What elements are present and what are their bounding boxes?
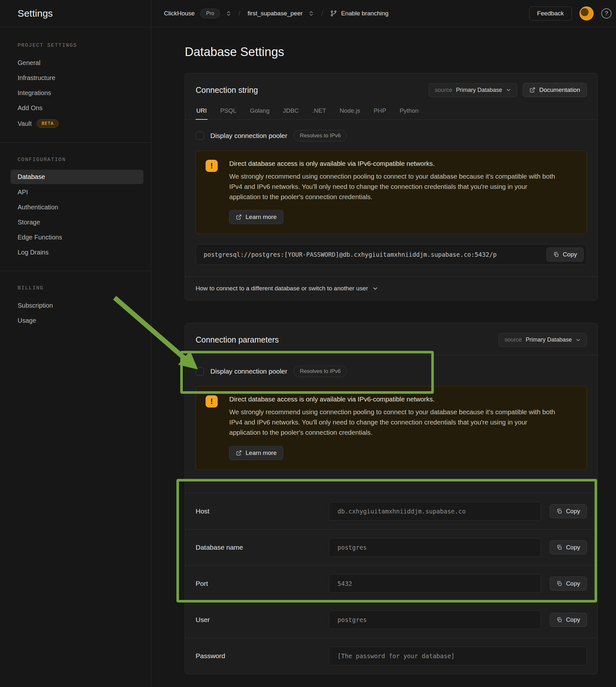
breadcrumb-separator: / <box>237 9 242 18</box>
connection-parameters-card: Connection parameters source Primary Dat… <box>185 323 598 674</box>
sidebar-section-project-settings: PROJECT SETTINGS General Infrastructure … <box>0 43 151 132</box>
topbar-actions: Feedback ? <box>529 6 616 21</box>
settings-header: Settings <box>0 0 151 27</box>
display-connection-pooler-label[interactable]: Display connection pooler <box>210 132 287 139</box>
sidebar-item-database[interactable]: Database <box>10 170 144 184</box>
sidebar-item-usage[interactable]: Usage <box>0 313 151 328</box>
param-row-database-name: Database name postgres Copy <box>185 529 597 566</box>
connection-uri-row: postgresql://postgres:[YOUR-PASSWORD]@db… <box>196 244 587 265</box>
feedback-button[interactable]: Feedback <box>529 6 572 21</box>
connection-uri-field[interactable]: postgresql://postgres:[YOUR-PASSWORD]@db… <box>196 244 587 265</box>
sidebar-item-integrations[interactable]: Integrations <box>0 86 151 101</box>
section-label-billing: BILLING <box>18 285 151 291</box>
learn-more-label: Learn more <box>246 214 277 221</box>
connection-parameters-body: Display connection pooler Resolves to IP… <box>185 355 597 481</box>
connection-string-body: Display connection pooler Resolves to IP… <box>185 120 597 276</box>
settings-title: Settings <box>18 8 53 19</box>
notice-title: Direct database access is only available… <box>229 395 576 403</box>
learn-more-label: Learn more <box>246 449 277 457</box>
sidebar-item-general[interactable]: General <box>0 56 151 70</box>
chevron-down-icon <box>576 337 581 342</box>
copy-label: Copy <box>566 544 580 551</box>
app-root: Settings ClickHouse Pro / first_supabase… <box>0 0 616 687</box>
connection-string-footer[interactable]: How to connect to a different database o… <box>185 276 597 300</box>
source-label: source <box>505 336 522 343</box>
tab-psql[interactable]: PSQL <box>220 106 237 119</box>
sidebar-item-subscription[interactable]: Subscription <box>0 298 151 313</box>
copy-icon <box>556 545 562 550</box>
sidebar-item-api[interactable]: API <box>0 185 151 200</box>
sidebar-item-storage[interactable]: Storage <box>0 215 151 230</box>
plan-badge[interactable]: Pro <box>200 9 220 18</box>
tab-golang[interactable]: Golang <box>249 106 270 119</box>
tab-dotnet[interactable]: .NET <box>311 106 327 119</box>
footer-label: How to connect to a different database o… <box>196 285 368 292</box>
copy-host-button[interactable]: Copy <box>550 504 587 518</box>
git-branch-icon <box>330 10 337 17</box>
page-title: Database Settings <box>185 45 616 59</box>
enable-branching-button[interactable]: Enable branching <box>330 10 388 17</box>
chevron-down-icon <box>372 286 378 291</box>
breadcrumb-org[interactable]: ClickHouse <box>164 10 195 17</box>
org-switcher-icon[interactable] <box>226 10 232 16</box>
user-field[interactable]: postgres <box>329 611 541 629</box>
source-select[interactable]: source Primary Database <box>499 333 587 347</box>
top-bar: Settings ClickHouse Pro / first_supabase… <box>0 0 616 27</box>
copy-port-button[interactable]: Copy <box>550 577 587 591</box>
sidebar-item-log-drains[interactable]: Log Drains <box>0 245 151 260</box>
database-name-field[interactable]: postgres <box>329 538 541 557</box>
breadcrumb-project[interactable]: first_supabase_peer <box>247 10 303 17</box>
external-link-icon <box>236 214 242 220</box>
section-label-project-settings: PROJECT SETTINGS <box>18 43 151 48</box>
connection-string-tabs: URI PSQL Golang JDBC .NET Node.js PHP Py… <box>185 106 597 120</box>
host-field[interactable]: db.cxhygiuitamxhniiddjm.supabase.co <box>329 502 541 520</box>
connection-string-header: Connection string source Primary Databas… <box>185 73 597 97</box>
copy-database-name-button[interactable]: Copy <box>550 540 587 554</box>
param-row-password: Password [The password for your database… <box>185 638 597 674</box>
password-field[interactable]: [The password for your database] <box>329 647 587 665</box>
tab-uri[interactable]: URI <box>196 106 207 119</box>
sidebar-item-vault[interactable]: Vault BETA <box>0 115 151 132</box>
display-connection-pooler-checkbox[interactable] <box>196 132 204 140</box>
param-row-host: Host db.cxhygiuitamxhniiddjm.supabase.co… <box>185 493 597 529</box>
sidebar-item-edge-functions[interactable]: Edge Functions <box>0 230 151 245</box>
learn-more-button[interactable]: Learn more <box>229 210 283 224</box>
sidebar-item-authentication[interactable]: Authentication <box>0 200 151 215</box>
display-connection-pooler-checkbox[interactable] <box>196 367 204 376</box>
learn-more-button[interactable]: Learn more <box>229 446 283 460</box>
notice-body: We strongly recommend using connection p… <box>229 171 559 202</box>
notice-title: Direct database access is only available… <box>229 160 576 168</box>
documentation-label: Documentation <box>539 86 580 93</box>
copy-icon <box>556 581 562 586</box>
copy-user-button[interactable]: Copy <box>550 613 587 627</box>
tab-nodejs[interactable]: Node.js <box>339 106 361 119</box>
org-avatar[interactable] <box>579 6 594 21</box>
resolves-to-ipv6-badge: Resolves to IPv6 <box>293 130 347 141</box>
alert-icon: ! <box>205 160 218 172</box>
connection-string-actions: source Primary Database Documentation <box>429 83 587 97</box>
pooler-row: Display connection pooler Resolves to IP… <box>196 130 587 141</box>
alert-icon: ! <box>205 395 218 407</box>
tab-jdbc[interactable]: JDBC <box>282 106 300 119</box>
notice-body: We strongly recommend using connection p… <box>229 407 559 437</box>
project-switcher-icon[interactable] <box>308 10 314 16</box>
port-field[interactable]: 5432 <box>329 574 541 593</box>
ipv6-notice: ! Direct database access is only availab… <box>196 386 587 470</box>
chevron-down-icon <box>506 87 511 92</box>
param-row-port: Port 5432 Copy <box>185 566 597 601</box>
port-label: Port <box>196 580 329 588</box>
section-label-configuration: CONFIGURATION <box>18 157 151 163</box>
copy-label: Copy <box>566 616 580 623</box>
tab-php[interactable]: PHP <box>373 106 387 119</box>
display-connection-pooler-label[interactable]: Display connection pooler <box>210 368 287 375</box>
documentation-button[interactable]: Documentation <box>523 83 587 97</box>
tab-python[interactable]: Python <box>399 106 419 119</box>
main-content: Database Settings Connection string sour… <box>151 27 616 687</box>
help-icon[interactable]: ? <box>601 8 612 19</box>
source-select[interactable]: source Primary Database <box>429 83 517 97</box>
sidebar-item-add-ons[interactable]: Add Ons <box>0 101 151 115</box>
sidebar-item-infrastructure[interactable]: Infrastructure <box>0 70 151 86</box>
connection-string-title: Connection string <box>196 86 258 95</box>
copy-uri-button[interactable]: Copy <box>547 247 584 262</box>
password-label: Password <box>196 652 329 660</box>
